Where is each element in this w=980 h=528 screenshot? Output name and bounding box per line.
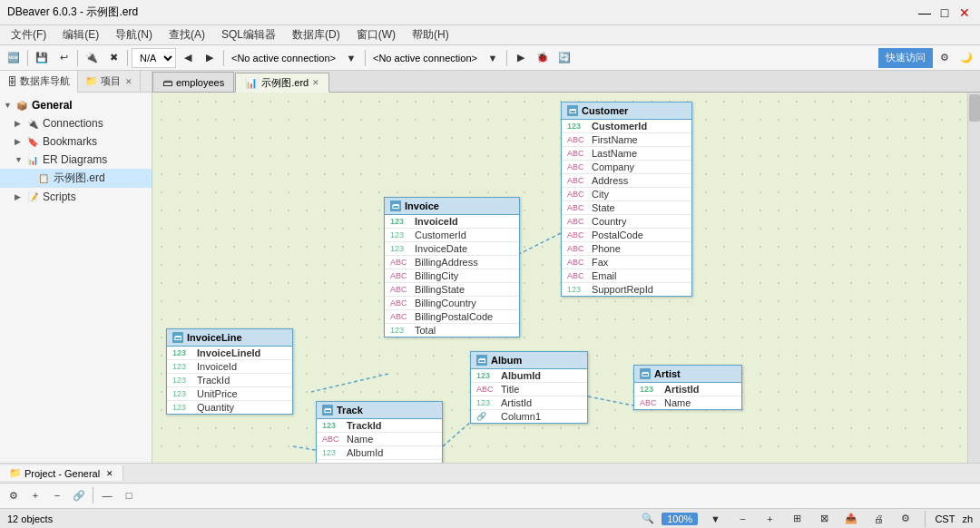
nav-back[interactable]: ◀ (178, 48, 198, 68)
zoom-in[interactable]: + (760, 509, 779, 529)
refresh-button[interactable]: 🔄 (554, 48, 574, 68)
status-right: 🔍 100% ▼ − + ⊞ ⊠ 📤 🖨 ⚙ CST zh (642, 509, 973, 529)
tree-bookmarks[interactable]: ▶ 🔖 Bookmarks (0, 132, 152, 151)
editor-tabs: 🗃 employees 📊 示例图.erd ✕ (152, 71, 980, 93)
disconnect-button[interactable]: ✖ (103, 48, 123, 68)
erd-file-icon: 📋 (36, 171, 51, 186)
search-icon[interactable]: 🔍 (642, 513, 654, 524)
print-btn[interactable]: 🖨 (868, 509, 888, 529)
tree-general[interactable]: ▼ 📦 General (0, 96, 152, 114)
tab-project-label: 项目 (101, 74, 121, 88)
minimize-button[interactable]: — (916, 5, 933, 21)
tree-connections[interactable]: ▶ 🔌 Connections (0, 114, 152, 132)
close-button[interactable]: ✕ (956, 5, 973, 21)
menu-item-sql[interactable]: SQL编辑器 (214, 25, 283, 44)
zoom-fit[interactable]: ⊞ (787, 509, 807, 529)
tab-erd[interactable]: 📊 示例图.erd ✕ (235, 73, 329, 93)
track-table[interactable]: 🗃 Track 123TrackId ABCName 123AlbumId 12… (316, 401, 443, 463)
tab-employees[interactable]: 🗃 employees (152, 72, 234, 92)
bottom-max[interactable]: □ (119, 485, 139, 505)
grid-btn[interactable]: ⊠ (814, 509, 834, 529)
bottom-min[interactable]: — (97, 485, 117, 505)
artist-table[interactable]: 🗃 Artist 123ArtistId ABCName (633, 365, 742, 410)
menu-item-d[interactable]: 数据库(D) (285, 25, 348, 44)
album-table[interactable]: 🗃 Album 123AlbumId ABCTitle 123ArtistId … (470, 351, 588, 424)
connect-button[interactable]: 🔌 (82, 48, 102, 68)
vertical-scrollbar[interactable] (967, 93, 980, 463)
menu-item-h[interactable]: 帮助(H) (405, 25, 456, 44)
bottom-tab-close[interactable]: ✕ (106, 469, 113, 478)
export-btn[interactable]: 📤 (841, 509, 861, 529)
revert-button[interactable]: ↩ (54, 48, 74, 68)
customer-field-id: 123 CustomerId (562, 120, 691, 133)
erd-tab-close[interactable]: ✕ (312, 78, 319, 87)
il-field-price: 123UnitPrice (167, 387, 292, 401)
maximize-button[interactable]: □ (936, 5, 953, 21)
invoice-field-date: 123InvoiceDate (385, 242, 519, 256)
bottom-project-label: Project - General (24, 468, 100, 479)
invoiceline-title: InvoiceLine (187, 332, 242, 343)
customer-table[interactable]: 🗃 Customer 123 CustomerId ABCFirstName A… (561, 102, 692, 297)
scripts-icon: 📝 (25, 190, 40, 204)
tree-er-diagrams[interactable]: ▼ 📊 ER Diagrams (0, 151, 152, 169)
invoice-title: Invoice (405, 200, 439, 211)
save-button[interactable]: 💾 (32, 48, 52, 68)
tab-db-nav[interactable]: 🗄 数据库导航 (0, 71, 78, 93)
quick-access-button[interactable]: 快速访问 (878, 48, 933, 68)
theme-button[interactable]: 🌙 (956, 48, 976, 68)
customer-field-phone: ABCPhone (562, 242, 691, 256)
bottom-add[interactable]: + (25, 485, 45, 505)
invoiceline-table-icon: 🗃 (172, 332, 183, 343)
object-count: 12 objects (7, 513, 53, 524)
tree-scripts[interactable]: ▶ 📝 Scripts (0, 188, 152, 206)
album-field-id: 123AlbumId (471, 369, 587, 383)
erd-tab-label: 示例图.erd (261, 76, 309, 90)
invoice-field-state: ABCBillingState (385, 283, 519, 297)
bottom-tab-project[interactable]: 📁 Project - General ✕ (0, 465, 123, 481)
scrollbar-thumb[interactable] (969, 94, 980, 122)
invoice-table[interactable]: 🗃 Invoice 123InvoiceId 123CustomerId 123… (384, 197, 520, 337)
general-icon: 📦 (15, 98, 29, 112)
customer-table-icon: 🗃 (567, 105, 578, 116)
zoom-out[interactable]: − (732, 509, 752, 529)
invoice-field-addr: ABCBillingAddress (385, 256, 519, 269)
bottom-link[interactable]: 🔗 (69, 485, 89, 505)
tab-db-nav-label: 数据库导航 (20, 74, 70, 88)
conn-dropdown-2[interactable]: ▼ (483, 48, 503, 68)
tree-erd-file[interactable]: 📋 示例图.erd (0, 169, 152, 188)
general-arrow: ▼ (4, 101, 15, 110)
bottom-settings[interactable]: ⚙ (4, 485, 24, 505)
album-field-title: ABCTitle (471, 383, 587, 396)
bk-icon: 🔖 (25, 134, 40, 149)
invoice-header: 🗃 Invoice (385, 198, 519, 215)
tab-project[interactable]: 📁 项目 ✕ (78, 71, 141, 92)
menu-item-a[interactable]: 查找(A) (162, 25, 212, 44)
il-field-qty: 123Quantity (167, 401, 292, 414)
customer-field-state: ABCState (562, 201, 691, 215)
conn-dropdown-1[interactable]: ▼ (341, 48, 361, 68)
tab-project-close[interactable]: ✕ (125, 77, 132, 86)
zoom-dropdown[interactable]: ▼ (705, 509, 725, 529)
editor-area: 🗃 employees 📊 示例图.erd ✕ (152, 71, 980, 463)
menu-item-n[interactable]: 导航(N) (108, 25, 160, 44)
menu-item-f[interactable]: 文件(F) (4, 25, 54, 44)
erd-canvas[interactable]: 🗃 Customer 123 CustomerId ABCFirstName A… (152, 93, 980, 463)
settings-btn2[interactable]: ⚙ (896, 509, 916, 529)
conn-icon: 🔌 (25, 116, 40, 131)
bottom-remove[interactable]: − (47, 485, 67, 505)
run-button[interactable]: ▶ (511, 48, 531, 68)
er-arrow: ▼ (15, 155, 25, 164)
scripts-label: Scripts (43, 191, 76, 203)
nav-forward[interactable]: ▶ (200, 48, 220, 68)
project-icon: 📁 (85, 75, 98, 87)
na-dropdown[interactable]: N/A (132, 48, 176, 68)
invoice-field-cid: 123CustomerId (385, 229, 519, 242)
menu-item-w[interactable]: 窗口(W) (349, 25, 403, 44)
new-button[interactable]: 🆕 (4, 48, 24, 68)
debug-button[interactable]: 🐞 (533, 48, 553, 68)
menu-item-e[interactable]: 编辑(E) (55, 25, 106, 44)
invoiceline-table[interactable]: 🗃 InvoiceLine 123InvoiceLineId 123Invoic… (166, 328, 293, 415)
cst-label: CST (935, 513, 955, 524)
sep2 (77, 50, 78, 66)
settings-button[interactable]: ⚙ (935, 48, 955, 68)
